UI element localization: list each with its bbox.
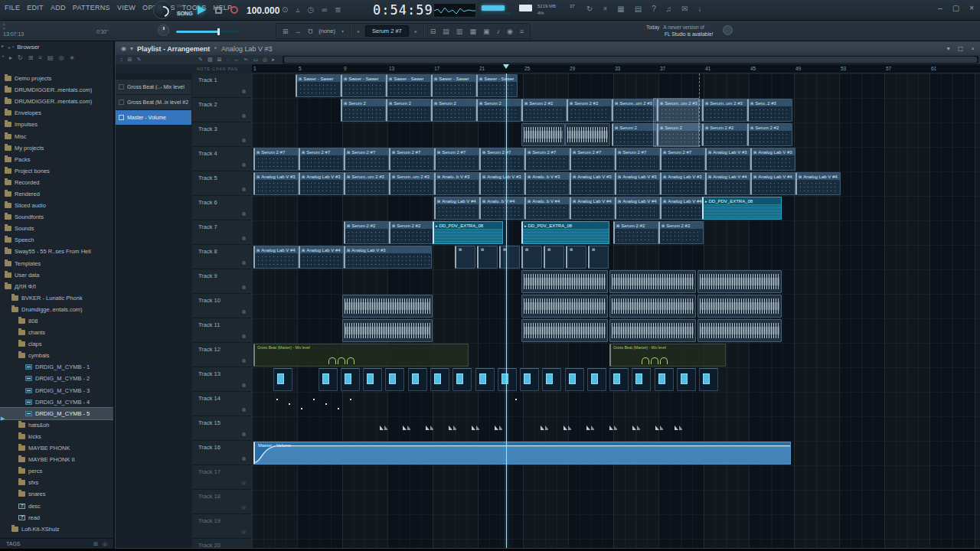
clip-auto[interactable]: Master - Volume <box>253 442 791 465</box>
more-tools-icon[interactable]: ≡ <box>520 28 524 35</box>
feedback-icon[interactable]: ✉ <box>681 5 688 14</box>
browser-item[interactable]: Demo projects <box>0 73 113 84</box>
playlist-titlebar[interactable]: ◉▾ Playlist - Arrangement ‣ Analog Lab V… <box>116 42 980 55</box>
step-edit-icon[interactable]: ⊙ <box>282 5 288 15</box>
track-header[interactable]: Track 3 <box>192 122 252 147</box>
menu-add[interactable]: ADD <box>51 4 66 11</box>
pat-label[interactable]: PAT <box>177 2 193 10</box>
select-icon[interactable]: ▭ <box>253 57 258 63</box>
snap-value[interactable]: (none) <box>318 28 335 34</box>
clip-drum[interactable] <box>341 368 360 391</box>
clip-drum[interactable] <box>632 368 651 391</box>
clip-pat[interactable]: ⊞Serum 2 #7 <box>344 148 389 171</box>
browser-item[interactable]: Misc <box>0 130 113 142</box>
clip-pat[interactable]: ⊞Serum 2 #2 <box>658 221 704 244</box>
clip-drum[interactable] <box>385 368 404 391</box>
browser-item[interactable]: snares <box>0 488 113 500</box>
stop-button[interactable] <box>215 7 222 14</box>
clip-pat[interactable]: ⊞Analog Lab V #3 <box>479 172 524 195</box>
clip-bars[interactable] <box>697 295 782 318</box>
clip-pat[interactable]: ⊞Serum 2 <box>341 99 386 122</box>
clip-bars[interactable] <box>609 295 696 318</box>
close-icon[interactable]: × <box>971 45 975 52</box>
browser-item[interactable]: ДЛЯ ФЛ <box>0 281 113 292</box>
grid-icon[interactable]: ⊞ <box>128 57 132 63</box>
browser-item[interactable]: MAYBE PHONK <box>0 442 113 454</box>
clip-pat[interactable]: ⊞Serum 2 #7 <box>389 148 434 171</box>
list-view-icon[interactable]: ≡ <box>38 54 42 61</box>
track-header[interactable]: Track 7 <box>192 220 252 245</box>
browser-item[interactable]: cymbals <box>0 350 113 361</box>
mute-dot[interactable] <box>242 285 246 289</box>
clip-pat[interactable]: ⊞Sawer - Sawer <box>476 74 518 97</box>
browser-item[interactable]: Lofi-Kit-XShulz <box>0 523 113 535</box>
clip-bars[interactable] <box>521 319 608 342</box>
clip-pat[interactable]: ⊞Analog Lab V #3 <box>705 148 750 171</box>
clip-flag[interactable] <box>449 417 456 440</box>
track-header[interactable]: Track 6 <box>192 196 252 220</box>
clip-pat[interactable]: ⊞Sawer - Sawer <box>296 74 341 97</box>
pencil-icon[interactable]: ✎ <box>198 57 203 63</box>
clip-pat[interactable]: ⊞Analog Lab V #4 <box>570 197 615 220</box>
track-header[interactable]: Track 14 <box>192 392 252 416</box>
play-button[interactable] <box>198 5 206 15</box>
browser-item[interactable]: sfxs <box>0 477 113 488</box>
clip-pat[interactable]: ⊞Seru..2 #3 <box>747 99 792 122</box>
browser-item[interactable]: read <box>0 512 113 523</box>
browser-item[interactable]: Speech <box>0 234 113 246</box>
clip-pat[interactable]: ⊞Analo..b V #4 <box>524 197 570 220</box>
browser-item[interactable]: Soundfonts <box>0 211 113 223</box>
clip-pat[interactable]: ⊞Serum 2 #7 <box>299 148 344 171</box>
clip-pat[interactable]: ⊞Serum..um 2 #3 <box>702 99 747 122</box>
step-seq-icon[interactable]: ⊟ <box>430 28 436 35</box>
back-icon[interactable]: ▸ <box>9 54 12 61</box>
clip-flag[interactable] <box>675 417 682 440</box>
pattern-item[interactable]: Master - Volume <box>116 110 191 125</box>
mute-icon[interactable]: ◌ <box>226 57 229 63</box>
clip-pat[interactable]: ⊞Serum 2 #7 <box>524 148 570 171</box>
clip-pat[interactable]: ⊞Serum 2 <box>612 123 657 146</box>
clip-drum[interactable] <box>318 368 338 391</box>
clip-mini[interactable]: ⊞ <box>499 246 520 269</box>
clip-mini[interactable]: ⊞ <box>521 246 542 269</box>
minimize-button[interactable]: – <box>938 4 942 12</box>
slice-icon[interactable]: ✂ <box>244 57 249 63</box>
track-header[interactable]: Track 9 <box>192 269 252 294</box>
clip-bars[interactable] <box>342 319 433 342</box>
clip-flag[interactable] <box>380 417 387 440</box>
clip-bars[interactable] <box>565 123 610 146</box>
track-header[interactable]: Track 18 <box>192 490 252 514</box>
track-header[interactable]: Track 12 <box>192 343 252 367</box>
clip-bars[interactable] <box>697 270 782 293</box>
rename-icon[interactable]: ✎ <box>136 57 141 63</box>
browser-item[interactable]: DRDIG_M_CYMB - 4 <box>0 396 113 408</box>
track-header[interactable]: Track 16 <box>192 441 252 465</box>
pattern-item[interactable]: Gross Beat (..- Mix level <box>116 80 191 94</box>
clip-pat[interactable]: ⊞Analog Lab V #3 <box>750 148 795 171</box>
mute-dot[interactable] <box>242 334 246 338</box>
clip-drum[interactable] <box>542 368 561 391</box>
clip-pat[interactable]: ⊞Analog Lab V #3 <box>615 172 660 195</box>
clip-pat[interactable]: ⊞Serum 2 #7 <box>253 148 299 171</box>
browser-item[interactable]: kicks <box>0 431 113 442</box>
mute-dot[interactable] <box>242 383 246 387</box>
clip-pat[interactable]: ⊞Analog Lab V #4 <box>660 197 705 220</box>
arrow-tool-icon[interactable]: → <box>295 28 302 35</box>
browser-item[interactable]: DRDIG_M_CYMB - 5 <box>0 408 113 419</box>
menu-file[interactable]: FILE <box>5 4 20 11</box>
refresh-icon[interactable]: ↻ <box>18 54 23 61</box>
reorder-icon[interactable]: ↕ <box>120 57 123 63</box>
prev-channel-icon[interactable]: ◂ <box>357 28 359 34</box>
clip-bars[interactable] <box>521 123 565 146</box>
clip-mini[interactable]: ⊞ <box>544 246 564 269</box>
mute-dot[interactable] <box>242 432 246 436</box>
plugin-picker-icon[interactable]: ♪ <box>496 28 500 35</box>
clip-gross[interactable]: Gross Beat (Master) - Mix level <box>609 344 726 367</box>
clip-pat[interactable]: ⊞Serum 2 #2 <box>747 123 792 146</box>
track-header[interactable]: Track 4 <box>192 147 252 171</box>
clip-pat[interactable]: ⊞Analo..b V #4 <box>479 197 524 220</box>
nudge-arrows[interactable]: ▴▾ <box>3 21 5 31</box>
clip-drum[interactable] <box>609 368 629 391</box>
track-header[interactable]: Track 15 <box>192 416 252 441</box>
browser-item[interactable]: 808 <box>0 315 113 327</box>
